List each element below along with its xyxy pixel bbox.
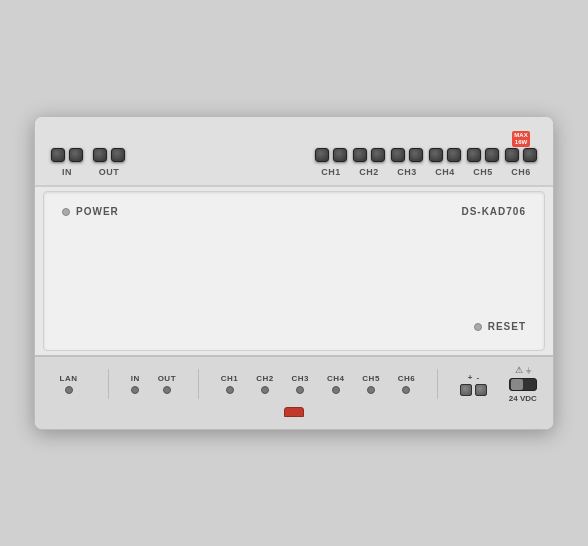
top-ch5-label: CH5: [473, 167, 493, 177]
plus-label: +: [468, 373, 473, 382]
top-in-label: IN: [62, 167, 72, 177]
reset-label: RESET: [488, 321, 526, 332]
top-out-connector: OUT: [93, 148, 125, 177]
reset-area[interactable]: RESET: [474, 321, 526, 332]
top-ch6-label: CH6: [511, 167, 531, 177]
bottom-ch5-led: [367, 386, 375, 394]
top-ch5-pin-1: [467, 148, 481, 162]
red-release-tab[interactable]: [284, 407, 304, 417]
bottom-ch2-led: [261, 386, 269, 394]
bottom-lan-led: [65, 386, 73, 394]
top-out-pin-1: [93, 148, 107, 162]
top-ch2-pin-2: [371, 148, 385, 162]
bottom-ch4-label: CH4: [327, 374, 345, 383]
bottom-lan-section: LAN: [51, 374, 86, 394]
bottom-ch1-section: CH1: [221, 374, 239, 394]
top-channel-connectors: CH1 CH2 CH3 CH: [315, 131, 537, 177]
bottom-ch4-section: CH4: [327, 374, 345, 394]
power-toggle-switch[interactable]: [509, 378, 537, 391]
minus-label: -: [476, 373, 479, 382]
bottom-lan-label: LAN: [60, 374, 78, 383]
top-ch1-group: CH1: [315, 148, 347, 177]
bottom-out-label: OUT: [158, 374, 176, 383]
bottom-ch3-label: CH3: [292, 374, 310, 383]
bottom-row: LAN IN OUT CH1 CH2: [51, 365, 537, 403]
bottom-ch4-led: [332, 386, 340, 394]
bottom-ch1-label: CH1: [221, 374, 239, 383]
top-ch4-group: CH4: [429, 148, 461, 177]
top-ch6-pin-1: [505, 148, 519, 162]
terminal-pins: [460, 384, 487, 396]
separator-2: [198, 369, 199, 399]
bottom-ch6-section: CH6: [398, 374, 416, 394]
top-ch3-pin-1: [391, 148, 405, 162]
max-power-badge: MAX16W: [512, 131, 529, 147]
top-in-pin-2: [69, 148, 83, 162]
power-led: [62, 208, 70, 216]
top-ch2-label: CH2: [359, 167, 379, 177]
bottom-ch2-label: CH2: [256, 374, 274, 383]
bottom-ch3-section: CH3: [292, 374, 310, 394]
negative-terminal: [475, 384, 487, 396]
power-terminal-section: + -: [460, 373, 487, 396]
top-in-pin-1: [51, 148, 65, 162]
warning-triangle-icon: ⚠: [515, 365, 523, 375]
device-enclosure: IN OUT CH1: [34, 116, 554, 430]
top-ch2-pin-1: [353, 148, 367, 162]
top-out-pin-2: [111, 148, 125, 162]
top-ch3-group: CH3: [391, 148, 423, 177]
top-ch6-group: MAX16W CH6: [505, 131, 537, 177]
separator-3: [437, 369, 438, 399]
bottom-connector-rail: LAN IN OUT CH1 CH2: [35, 355, 553, 429]
bottom-tab-area: [51, 403, 537, 419]
bottom-ch1-led: [226, 386, 234, 394]
terminal-plus-minus-labels: + -: [468, 373, 479, 382]
bottom-ch6-led: [402, 386, 410, 394]
top-ch6-pin-2: [523, 148, 537, 162]
top-ch3-pin-2: [409, 148, 423, 162]
power-indicator: POWER: [62, 206, 119, 217]
bottom-ch5-label: CH5: [362, 374, 380, 383]
bottom-in-section: IN: [131, 374, 140, 394]
power-switch-section: ⚠ ⏚ 24 VDC: [509, 365, 537, 403]
top-ch4-label: CH4: [435, 167, 455, 177]
bottom-in-label: IN: [131, 374, 140, 383]
reset-led: [474, 323, 482, 331]
top-ch5-pin-2: [485, 148, 499, 162]
model-label: DS-KAD706: [461, 206, 526, 217]
top-ch1-pin-2: [333, 148, 347, 162]
bottom-ch3-led: [296, 386, 304, 394]
top-ch1-label: CH1: [321, 167, 341, 177]
toggle-thumb: [511, 379, 523, 390]
top-ch4-pin-1: [429, 148, 443, 162]
grounding-icon: ⏚: [526, 365, 531, 375]
top-ch1-pin-1: [315, 148, 329, 162]
top-out-label: OUT: [99, 167, 120, 177]
panel-header-row: POWER DS-KAD706: [62, 206, 526, 217]
top-connector-rail: IN OUT CH1: [35, 117, 553, 187]
positive-terminal: [460, 384, 472, 396]
bottom-out-section: OUT: [158, 374, 176, 394]
top-ch2-group: CH2: [353, 148, 385, 177]
voltage-label: 24 VDC: [509, 394, 537, 403]
top-ch3-label: CH3: [397, 167, 417, 177]
warning-icons: ⚠ ⏚: [515, 365, 531, 375]
bottom-ch5-section: CH5: [362, 374, 380, 394]
top-in-connector: IN: [51, 148, 83, 177]
bottom-ch6-label: CH6: [398, 374, 416, 383]
bottom-in-led: [131, 386, 139, 394]
top-ch4-pin-2: [447, 148, 461, 162]
power-text: POWER: [76, 206, 119, 217]
bottom-ch2-section: CH2: [256, 374, 274, 394]
separator-1: [108, 369, 109, 399]
bottom-out-led: [163, 386, 171, 394]
top-left-connectors: IN OUT: [51, 148, 125, 177]
front-panel: POWER DS-KAD706 RESET: [43, 191, 545, 351]
top-ch5-group: CH5: [467, 148, 499, 177]
